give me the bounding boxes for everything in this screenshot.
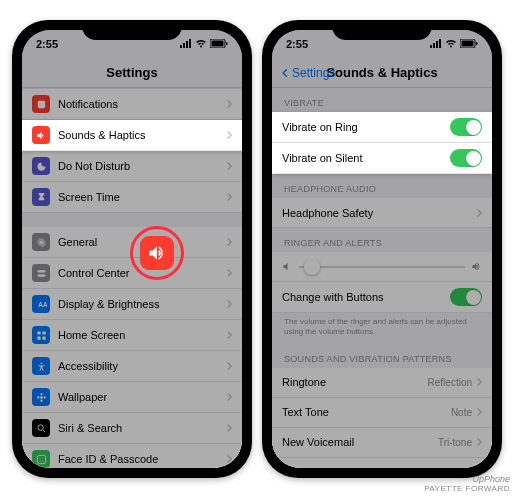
wifi-icon: [195, 38, 207, 50]
svg-rect-3: [189, 39, 191, 48]
row-label: Change with Buttons: [282, 291, 450, 303]
header: Settings: [22, 58, 242, 88]
settings-row-screen-time[interactable]: Screen Time: [22, 182, 242, 213]
svg-rect-1: [183, 43, 185, 48]
row-headphone-safety[interactable]: Headphone Safety: [272, 198, 492, 228]
row-change-with-buttons[interactable]: Change with Buttons: [272, 282, 492, 313]
hourglass-icon: [32, 188, 50, 206]
moon-icon: [32, 157, 50, 175]
row-label: Do Not Disturb: [58, 160, 226, 172]
row-vibrate-on-silent[interactable]: Vibrate on Silent: [272, 143, 492, 174]
toggles-icon: [32, 264, 50, 282]
row-label: Headphone Safety: [282, 207, 476, 219]
battery-icon: [460, 38, 478, 50]
svg-rect-5: [212, 41, 224, 47]
settings-row-wallpaper[interactable]: Wallpaper: [22, 382, 242, 413]
row-label: Siri & Search: [58, 422, 226, 434]
row-value: Reflection: [428, 377, 472, 388]
svg-rect-2: [186, 41, 188, 48]
screen-sounds: 2:55 Settings Sounds & Haptics VibrateVi…: [272, 30, 492, 468]
notch: [332, 20, 432, 40]
status-time: 2:55: [286, 38, 308, 50]
svg-point-19: [40, 399, 42, 401]
svg-point-21: [43, 396, 45, 398]
page-title: Sounds & Haptics: [326, 65, 437, 80]
header: Settings Sounds & Haptics: [272, 58, 492, 88]
row-label: Accessibility: [58, 360, 226, 372]
toggle[interactable]: [450, 288, 482, 306]
signal-icon: [430, 38, 442, 50]
settings-row-display-brightness[interactable]: AADisplay & Brightness: [22, 289, 242, 320]
svg-rect-39: [462, 41, 474, 47]
back-button[interactable]: Settings: [280, 66, 335, 80]
row-value: Note: [451, 407, 472, 418]
row-label: Home Screen: [58, 329, 226, 341]
settings-row-sounds-haptics[interactable]: Sounds & Haptics: [22, 120, 242, 151]
row-text-tone[interactable]: Text ToneNote: [272, 398, 492, 428]
volume-slider[interactable]: [299, 266, 465, 268]
svg-rect-34: [430, 45, 432, 48]
section-ringer: Ringer and Alerts: [272, 228, 492, 252]
svg-rect-35: [433, 43, 435, 48]
row-label: Notifications: [58, 98, 226, 110]
row-volume-slider[interactable]: [272, 252, 492, 282]
svg-point-25: [42, 458, 43, 459]
settings-row-do-not-disturb[interactable]: Do Not Disturb: [22, 151, 242, 182]
settings-row-face-id-passcode[interactable]: Face ID & Passcode: [22, 444, 242, 468]
settings-row-notifications[interactable]: Notifications: [22, 88, 242, 120]
volume-high-icon: [471, 261, 482, 272]
svg-point-17: [40, 396, 43, 399]
wifi-icon: [445, 38, 457, 50]
row-label: Wallpaper: [58, 391, 226, 403]
phone-right: 2:55 Settings Sounds & Haptics VibrateVi…: [262, 20, 502, 478]
svg-rect-12: [37, 331, 40, 334]
phone-left: 2:55 Settings NotificationsSounds & Hapt…: [12, 20, 252, 478]
svg-rect-23: [37, 455, 45, 463]
watermark: UpPhone PAYETTE FORWARD: [424, 475, 510, 494]
section-vibrate: Vibrate: [272, 88, 492, 112]
row-new-voicemail[interactable]: New VoicemailTri-tone: [272, 428, 492, 458]
row-vibrate-on-ring[interactable]: Vibrate on Ring: [272, 112, 492, 143]
section-patterns: Sounds and Vibration Patterns: [272, 344, 492, 368]
row-ringtone[interactable]: RingtoneReflection: [272, 368, 492, 398]
svg-point-22: [37, 424, 43, 430]
notch: [82, 20, 182, 40]
svg-rect-0: [180, 45, 182, 48]
row-label: Screen Time: [58, 191, 226, 203]
toggle[interactable]: [450, 118, 482, 136]
signal-icon: [180, 38, 192, 50]
row-label: Vibrate on Silent: [282, 152, 450, 164]
speaker-icon: [147, 243, 167, 263]
svg-point-20: [37, 396, 39, 398]
sounds-list: VibrateVibrate on RingVibrate on SilentH…: [272, 88, 492, 468]
svg-rect-9: [37, 270, 45, 272]
callout-sound-icon: [130, 226, 184, 280]
back-label: Settings: [292, 66, 335, 80]
row-value: Tri-tone: [438, 437, 472, 448]
row-label: Sounds & Haptics: [58, 129, 226, 141]
svg-rect-37: [439, 39, 441, 48]
settings-row-accessibility[interactable]: Accessibility: [22, 351, 242, 382]
status-icons: [430, 38, 478, 50]
toggle[interactable]: [450, 149, 482, 167]
search-icon: [32, 419, 50, 437]
settings-row-home-screen[interactable]: Home Screen: [22, 320, 242, 351]
battery-icon: [210, 38, 228, 50]
status-icons: [180, 38, 228, 50]
row-label: Face ID & Passcode: [58, 453, 226, 465]
svg-point-16: [40, 362, 42, 364]
settings-row-siri-search[interactable]: Siri & Search: [22, 413, 242, 444]
faceid-icon: [32, 450, 50, 468]
accessibility-icon: [32, 357, 50, 375]
svg-rect-13: [42, 331, 45, 334]
volume-low-icon: [282, 261, 293, 272]
page-title: Settings: [106, 65, 157, 80]
svg-rect-15: [42, 336, 45, 339]
row-new-mail[interactable]: New Mail: [272, 458, 492, 468]
flower-icon: [32, 388, 50, 406]
svg-rect-36: [436, 41, 438, 48]
row-label: Text Tone: [282, 406, 451, 418]
svg-point-24: [39, 458, 40, 459]
svg-point-18: [40, 393, 42, 395]
row-label: New Mail: [282, 466, 476, 468]
